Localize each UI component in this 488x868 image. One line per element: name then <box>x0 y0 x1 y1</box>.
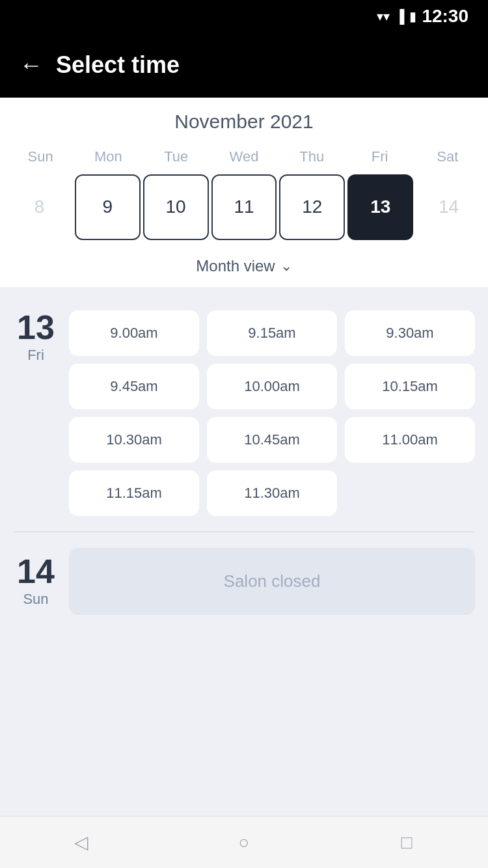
back-button[interactable]: ← <box>20 53 43 77</box>
nav-recent-button[interactable]: □ <box>387 823 426 862</box>
day-labels-row: Sun Mon Tue Wed Thu Fri Sat <box>0 143 488 170</box>
timeslots-area: 13 Fri 9.00am 9.15am 9.30am 9.45am 10.00… <box>0 287 488 816</box>
cal-day-11[interactable]: 11 <box>211 174 277 240</box>
signal-icon: ▐ <box>395 9 404 24</box>
app-header: ← Select time <box>0 33 488 98</box>
slot-1030am[interactable]: 10.30am <box>69 417 199 463</box>
day-13-name: Fri <box>27 347 44 364</box>
day-label-fri: Fri <box>346 143 413 170</box>
page-title: Select time <box>56 51 180 79</box>
slot-930am[interactable]: 9.30am <box>345 310 475 356</box>
slot-1100am[interactable]: 11.00am <box>345 417 475 463</box>
calendar-week-row: 8 9 10 11 12 13 14 <box>0 170 488 249</box>
day-13-number: 13 <box>17 310 55 344</box>
wifi-icon: ▾▾ <box>377 8 390 24</box>
slot-900am[interactable]: 9.00am <box>69 310 199 356</box>
slot-915am[interactable]: 9.15am <box>207 310 337 356</box>
status-bar: ▾▾ ▐ ▮ 12:30 <box>0 0 488 33</box>
day-label-wed: Wed <box>210 143 278 170</box>
nav-home-button[interactable]: ○ <box>224 823 264 862</box>
bottom-nav: ◁ ○ □ <box>0 816 488 868</box>
salon-closed-message: Salon closed <box>69 548 475 615</box>
cal-day-14[interactable]: 14 <box>416 174 481 240</box>
day-13-block: 13 Fri <box>13 310 59 364</box>
day-label-sat: Sat <box>414 143 481 170</box>
slot-1130am[interactable]: 11.30am <box>207 470 337 516</box>
month-view-label: Month view <box>196 257 275 275</box>
slot-1000am[interactable]: 10.00am <box>207 364 337 409</box>
cal-day-13[interactable]: 13 <box>347 174 413 240</box>
day-14-section: 14 Sun Salon closed <box>0 537 488 625</box>
day-14-number: 14 <box>17 554 55 588</box>
slot-1045am[interactable]: 10.45am <box>207 417 337 463</box>
month-year-label: November 2021 <box>0 111 488 133</box>
cal-day-12[interactable]: 12 <box>279 174 345 240</box>
day-14-block: 14 Sun <box>13 554 59 608</box>
chevron-down-icon: ⌄ <box>280 258 292 275</box>
month-view-toggle[interactable]: Month view ⌄ <box>0 249 488 287</box>
calendar-section: November 2021 Sun Mon Tue Wed Thu Fri Sa… <box>0 98 488 287</box>
battery-icon: ▮ <box>409 8 416 24</box>
cal-day-9[interactable]: 9 <box>75 174 141 240</box>
slot-1115am[interactable]: 11.15am <box>69 470 199 516</box>
day-13-slots-grid: 9.00am 9.15am 9.30am 9.45am 10.00am 10.1… <box>69 310 475 516</box>
day-14-name: Sun <box>23 591 48 608</box>
section-divider <box>13 532 475 532</box>
day-label-sun: Sun <box>7 143 74 170</box>
status-icons: ▾▾ ▐ ▮ 12:30 <box>377 6 468 27</box>
day-label-thu: Thu <box>278 143 346 170</box>
nav-back-button[interactable]: ◁ <box>62 823 101 862</box>
day-label-mon: Mon <box>74 143 142 170</box>
day-13-section: 13 Fri 9.00am 9.15am 9.30am 9.45am 10.00… <box>0 300 488 526</box>
slot-945am[interactable]: 9.45am <box>69 364 199 409</box>
status-time: 12:30 <box>422 6 468 27</box>
day-label-tue: Tue <box>142 143 210 170</box>
slot-1015am[interactable]: 10.15am <box>345 364 475 409</box>
cal-day-8[interactable]: 8 <box>7 174 72 240</box>
cal-day-10[interactable]: 10 <box>143 174 209 240</box>
